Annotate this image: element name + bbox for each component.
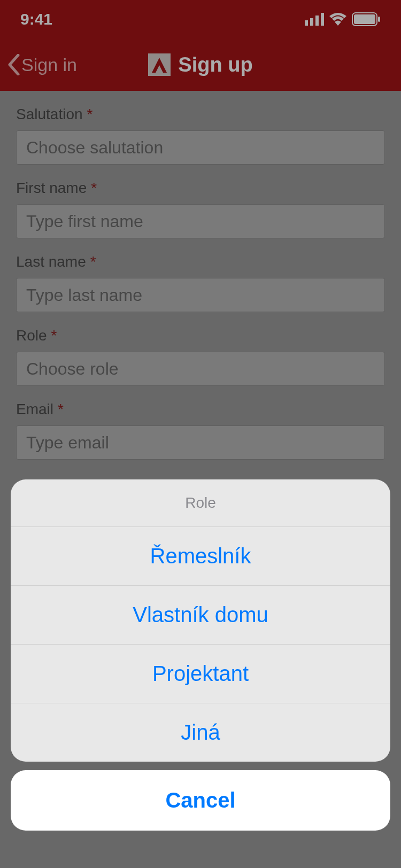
action-sheet-options-group: Role Řemeslník Vlastník domu Projektant … xyxy=(11,479,390,762)
role-option-projektant[interactable]: Projektant xyxy=(11,645,390,703)
action-sheet-title: Role xyxy=(11,479,390,527)
role-option-jina[interactable]: Jiná xyxy=(11,703,390,762)
role-option-vlastnik-domu[interactable]: Vlastník domu xyxy=(11,586,390,645)
role-action-sheet: Role Řemeslník Vlastník domu Projektant … xyxy=(11,479,390,831)
action-sheet-cancel[interactable]: Cancel xyxy=(11,770,390,831)
role-option-remeslnik[interactable]: Řemeslník xyxy=(11,527,390,586)
